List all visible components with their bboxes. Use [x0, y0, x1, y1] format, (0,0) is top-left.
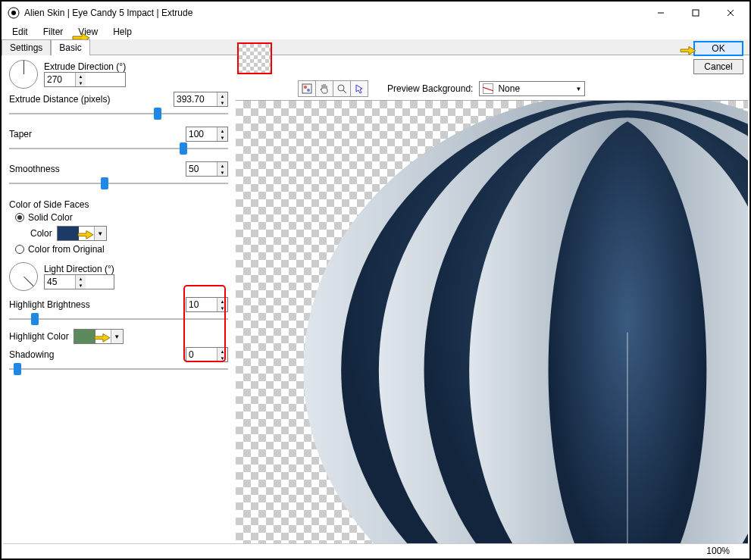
color-label: Color: [30, 228, 52, 239]
svg-point-8: [307, 89, 310, 92]
highlight-brightness-label: Highlight Brightness: [9, 299, 186, 310]
app-icon: [8, 7, 20, 19]
solid-color-radio[interactable]: Solid Color: [15, 212, 222, 223]
close-button[interactable]: [713, 2, 748, 23]
pointer-annotation-icon: [92, 330, 112, 343]
highlight-brightness-input[interactable]: ▲▼: [186, 297, 228, 312]
distance-label: Extrude Distance (pixels): [9, 94, 174, 105]
distance-input[interactable]: ▲▼: [174, 92, 228, 107]
preview-bg-label: Preview Background:: [387, 83, 473, 94]
preset-thumbnail[interactable]: [237, 42, 272, 74]
smoothness-slider[interactable]: [9, 177, 228, 190]
zoom-button[interactable]: [333, 80, 351, 97]
highlight-color-picker[interactable]: ▼: [74, 329, 124, 344]
shadowing-label: Shadowing: [9, 349, 186, 360]
light-direction-input[interactable]: ▲▼: [44, 274, 114, 289]
svg-rect-3: [693, 10, 699, 16]
light-direction-label: Light Direction (°): [44, 264, 114, 274]
taper-slider[interactable]: [9, 142, 228, 155]
smoothness-label: Smoothness: [9, 164, 186, 174]
svg-point-9: [338, 85, 344, 91]
direction-input[interactable]: ▲▼: [44, 72, 126, 87]
taper-label: Taper: [9, 129, 186, 139]
color-from-original-radio[interactable]: Color from Original: [15, 244, 222, 255]
pointer-annotation-icon: [678, 42, 698, 56]
pan-button[interactable]: [315, 80, 333, 97]
distance-slider[interactable]: [9, 107, 228, 120]
preview-bg-select[interactable]: None ▼: [479, 81, 585, 96]
minimize-button[interactable]: [643, 2, 678, 23]
menu-edit[interactable]: Edit: [5, 27, 36, 37]
maximize-button[interactable]: [678, 2, 713, 23]
menu-filter[interactable]: Filter: [36, 27, 71, 37]
zoom-fit-button[interactable]: [298, 80, 316, 97]
sidefaces-label: Color of Side Faces: [9, 199, 228, 210]
tab-settings[interactable]: Settings: [2, 39, 51, 55]
window-title: Alien Skin | Eye Candy 5 Impact | Extrud…: [24, 8, 643, 18]
none-swatch-icon: [483, 83, 493, 94]
svg-line-10: [343, 90, 346, 93]
highlight-color-label: Highlight Color: [9, 331, 69, 342]
highlight-brightness-slider[interactable]: [9, 312, 228, 326]
smoothness-input[interactable]: ▲▼: [186, 161, 228, 177]
pointer-button[interactable]: [350, 80, 368, 97]
svg-point-1: [11, 11, 16, 15]
shadowing-input[interactable]: ▲▼: [186, 347, 228, 362]
preview-canvas[interactable]: [236, 100, 748, 543]
svg-point-7: [304, 86, 307, 89]
ok-button[interactable]: OK: [693, 41, 743, 56]
cancel-button[interactable]: Cancel: [693, 59, 743, 74]
zoom-level: 100%: [706, 546, 730, 556]
pointer-annotation-icon: [76, 227, 95, 240]
side-color-picker[interactable]: ▼: [57, 226, 107, 241]
tab-basic[interactable]: Basic: [51, 39, 89, 55]
light-direction-dial[interactable]: [9, 262, 38, 291]
shadowing-slider[interactable]: [9, 362, 228, 376]
svg-rect-6: [302, 84, 311, 93]
direction-dial[interactable]: [9, 60, 38, 89]
direction-label: Extrude Direction (°): [44, 61, 126, 72]
taper-input[interactable]: ▲▼: [186, 127, 228, 142]
menu-help[interactable]: Help: [105, 27, 139, 37]
